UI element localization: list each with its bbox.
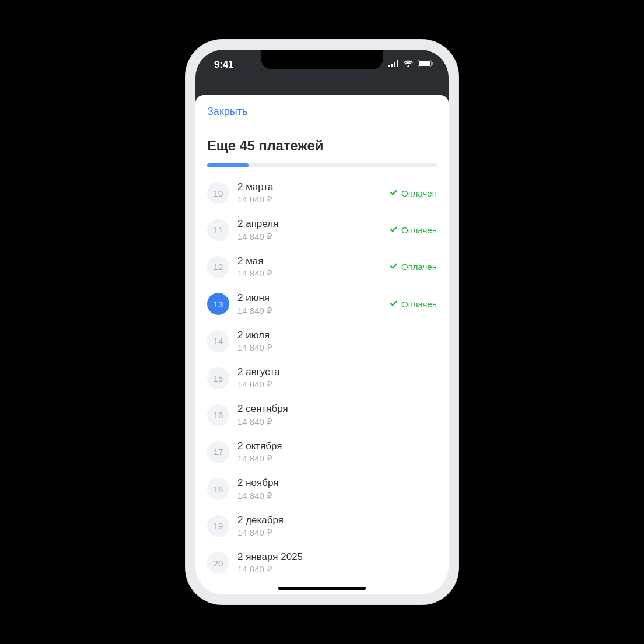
payment-amount: 14 840 ₽ (237, 306, 390, 316)
payment-date: 2 октября (237, 440, 437, 452)
payment-date: 2 января 2025 (237, 551, 437, 563)
status-badge: Оплачен (390, 299, 437, 309)
svg-rect-5 (419, 61, 430, 66)
svg-rect-0 (388, 65, 390, 67)
payment-number-badge: 15 (207, 367, 229, 389)
payment-row[interactable]: 192 декабря14 840 ₽ (207, 508, 437, 544)
payment-date: 2 мая (237, 256, 390, 267)
payment-amount: 14 840 ₽ (237, 527, 437, 538)
payment-amount: 14 840 ₽ (237, 416, 437, 427)
payment-number-badge: 18 (207, 478, 229, 500)
payment-amount: 14 840 ₽ (237, 453, 437, 464)
payment-info: 2 августа14 840 ₽ (237, 366, 437, 390)
check-icon (390, 225, 398, 235)
payment-row[interactable]: 182 ноября14 840 ₽ (207, 470, 437, 507)
status-badge: Оплачен (390, 225, 437, 235)
payment-info: 2 июля14 840 ₽ (237, 330, 437, 353)
status-label: Оплачен (401, 299, 437, 309)
svg-rect-6 (432, 62, 433, 65)
payment-row[interactable]: 102 марта14 840 ₽Оплачен (207, 174, 437, 211)
payment-amount: 14 840 ₽ (237, 194, 390, 205)
payment-amount: 14 840 ₽ (237, 491, 437, 501)
home-indicator[interactable] (278, 587, 366, 590)
payment-number-badge: 20 (207, 552, 229, 574)
svg-rect-1 (391, 64, 393, 67)
payment-date: 2 ноября (237, 477, 437, 489)
check-icon (390, 262, 398, 272)
payment-number-badge: 11 (207, 219, 229, 242)
payment-row[interactable]: 132 июня14 840 ₽Оплачен (207, 285, 437, 322)
payment-row[interactable]: 122 мая14 840 ₽Оплачен (207, 249, 437, 285)
status-label: Оплачен (401, 188, 437, 198)
payment-amount: 14 840 ₽ (237, 564, 437, 575)
payment-info: 2 октября14 840 ₽ (237, 440, 437, 464)
status-label: Оплачен (401, 225, 437, 235)
payment-number-badge: 13 (207, 293, 229, 315)
payment-amount: 14 840 ₽ (237, 342, 437, 353)
payment-number-badge: 17 (207, 441, 229, 463)
svg-rect-2 (394, 62, 396, 67)
close-button[interactable]: Закрыть (207, 106, 247, 118)
payment-row[interactable]: 112 апреля14 840 ₽Оплачен (207, 211, 437, 248)
payment-info: 2 марта14 840 ₽ (237, 181, 390, 205)
cellular-icon (388, 60, 399, 67)
payments-sheet: Закрыть Еще 45 платежей 102 марта14 840 … (195, 95, 449, 594)
status-label: Оплачен (401, 262, 437, 272)
check-icon (390, 299, 398, 309)
payment-info: 2 июня14 840 ₽ (237, 292, 390, 316)
payment-number-badge: 16 (207, 404, 229, 426)
payment-row[interactable]: 162 сентября14 840 ₽ (207, 396, 437, 433)
screen: 9:41 Закрыть Еще 45 платежей 102 марта14… (195, 50, 449, 594)
progress-fill (207, 163, 249, 167)
payment-amount: 14 840 ₽ (237, 268, 390, 279)
progress-bar (207, 163, 437, 167)
payment-date: 2 декабря (237, 514, 437, 526)
payment-info: 2 мая14 840 ₽ (237, 256, 390, 279)
svg-rect-3 (397, 60, 398, 67)
status-badge: Оплачен (390, 188, 437, 198)
status-icons (388, 60, 433, 67)
payment-row[interactable]: 142 июля14 840 ₽ (207, 323, 437, 359)
payments-list[interactable]: 102 марта14 840 ₽Оплачен112 апреля14 840… (207, 174, 437, 581)
payment-number-badge: 10 (207, 182, 229, 204)
payment-number-badge: 12 (207, 256, 229, 278)
wifi-icon (403, 60, 414, 67)
payment-info: 2 апреля14 840 ₽ (237, 218, 390, 242)
payment-row[interactable]: 152 августа14 840 ₽ (207, 359, 437, 396)
phone-frame: 9:41 Закрыть Еще 45 платежей 102 марта14… (185, 39, 459, 605)
payment-date: 2 сентября (237, 403, 437, 415)
payment-date: 2 апреля (237, 218, 390, 230)
notch (261, 50, 383, 69)
payment-amount: 14 840 ₽ (237, 379, 437, 390)
payment-number-badge: 14 (207, 330, 229, 352)
check-icon (390, 188, 398, 198)
payment-number-badge: 19 (207, 515, 229, 537)
payment-date: 2 июня (237, 292, 390, 304)
payment-date: 2 июля (237, 330, 437, 341)
payment-date: 2 марта (237, 181, 390, 193)
payment-info: 2 января 202514 840 ₽ (237, 551, 437, 575)
payment-row[interactable]: 202 января 202514 840 ₽ (207, 544, 437, 581)
payment-info: 2 декабря14 840 ₽ (237, 514, 437, 538)
payment-amount: 14 840 ₽ (237, 232, 390, 242)
page-title: Еще 45 платежей (207, 138, 437, 154)
battery-icon (418, 60, 433, 67)
status-time: 9:41 (214, 59, 233, 71)
status-badge: Оплачен (390, 262, 437, 272)
payment-info: 2 сентября14 840 ₽ (237, 403, 437, 426)
payment-date: 2 августа (237, 366, 437, 378)
payment-row[interactable]: 172 октября14 840 ₽ (207, 433, 437, 470)
payment-info: 2 ноября14 840 ₽ (237, 477, 437, 501)
